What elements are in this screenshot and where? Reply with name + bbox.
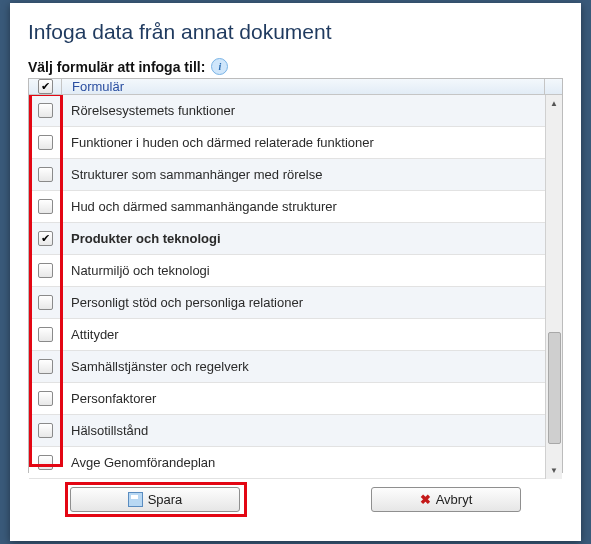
save-icon xyxy=(128,492,143,507)
row-checkbox-cell[interactable] xyxy=(29,167,61,182)
table-row[interactable]: Personfaktorer xyxy=(29,383,545,415)
row-checkbox-cell[interactable] xyxy=(29,135,61,150)
row-checkbox-cell[interactable] xyxy=(29,455,61,470)
row-checkbox[interactable] xyxy=(38,135,53,150)
insert-data-dialog: Infoga data från annat dokument Välj for… xyxy=(10,3,581,541)
row-label: Attityder xyxy=(61,327,545,342)
row-checkbox[interactable] xyxy=(38,295,53,310)
row-label: Rörelsesystemets funktioner xyxy=(61,103,545,118)
table-row[interactable]: Personligt stöd och personliga relatione… xyxy=(29,287,545,319)
scroll-thumb[interactable] xyxy=(548,332,561,444)
scroll-track[interactable] xyxy=(547,112,562,462)
dialog-title: Infoga data från annat dokument xyxy=(28,20,563,44)
cancel-button[interactable]: ✖ Avbryt xyxy=(371,487,521,512)
save-button[interactable]: Spara xyxy=(70,487,240,512)
row-label: Produkter och teknologi xyxy=(61,231,545,246)
row-checkbox[interactable] xyxy=(38,199,53,214)
row-checkbox-cell[interactable] xyxy=(29,231,61,246)
row-label: Samhällstjänster och regelverk xyxy=(61,359,545,374)
table-row[interactable]: Samhällstjänster och regelverk xyxy=(29,351,545,383)
rows-area: Rörelsesystemets funktionerFunktioner i … xyxy=(29,95,545,479)
row-label: Funktioner i huden och därmed relaterade… xyxy=(61,135,545,150)
table-row[interactable]: Naturmiljö och teknologi xyxy=(29,255,545,287)
row-checkbox-cell[interactable] xyxy=(29,327,61,342)
row-checkbox-cell[interactable] xyxy=(29,103,61,118)
row-checkbox[interactable] xyxy=(38,327,53,342)
scroll-up-button[interactable]: ▲ xyxy=(547,95,562,112)
select-all-checkbox[interactable] xyxy=(38,79,53,94)
save-button-label: Spara xyxy=(148,492,183,507)
table-row[interactable]: Attityder xyxy=(29,319,545,351)
row-checkbox-cell[interactable] xyxy=(29,295,61,310)
vertical-scrollbar[interactable]: ▲ ▼ xyxy=(545,95,562,479)
row-checkbox[interactable] xyxy=(38,103,53,118)
select-all-cell[interactable] xyxy=(29,79,62,94)
info-icon[interactable]: i xyxy=(211,58,228,75)
table-body: Rörelsesystemets funktionerFunktioner i … xyxy=(29,95,562,479)
column-header-form[interactable]: Formulär xyxy=(62,79,545,94)
row-checkbox[interactable] xyxy=(38,359,53,374)
row-checkbox-cell[interactable] xyxy=(29,263,61,278)
table-row[interactable]: Strukturer som sammanhänger med rörelse xyxy=(29,159,545,191)
row-label: Strukturer som sammanhänger med rörelse xyxy=(61,167,545,182)
row-label: Hälsotillstånd xyxy=(61,423,545,438)
row-checkbox[interactable] xyxy=(38,231,53,246)
form-table: Formulär Rörelsesystemets funktionerFunk… xyxy=(28,78,563,473)
row-checkbox[interactable] xyxy=(38,455,53,470)
table-row[interactable]: Hud och därmed sammanhängande strukturer xyxy=(29,191,545,223)
cancel-button-label: Avbryt xyxy=(436,492,473,507)
row-label: Naturmiljö och teknologi xyxy=(61,263,545,278)
table-row[interactable]: Hälsotillstånd xyxy=(29,415,545,447)
dialog-subtitle: Välj formulär att infoga till: xyxy=(28,59,205,75)
table-row[interactable]: Funktioner i huden och därmed relaterade… xyxy=(29,127,545,159)
row-checkbox-cell[interactable] xyxy=(29,423,61,438)
row-checkbox-cell[interactable] xyxy=(29,199,61,214)
subtitle-row: Välj formulär att infoga till: i xyxy=(28,58,563,75)
row-checkbox[interactable] xyxy=(38,391,53,406)
dialog-footer: Spara ✖ Avbryt xyxy=(28,473,563,512)
row-checkbox-cell[interactable] xyxy=(29,391,61,406)
row-checkbox[interactable] xyxy=(38,263,53,278)
row-label: Avge Genomförandeplan xyxy=(61,455,545,470)
row-checkbox[interactable] xyxy=(38,423,53,438)
table-header: Formulär xyxy=(29,79,562,95)
table-row[interactable]: Rörelsesystemets funktioner xyxy=(29,95,545,127)
row-label: Hud och därmed sammanhängande strukturer xyxy=(61,199,545,214)
header-scroll-spacer xyxy=(545,79,562,94)
row-label: Personfaktorer xyxy=(61,391,545,406)
row-label: Personligt stöd och personliga relatione… xyxy=(61,295,545,310)
table-row[interactable]: Produkter och teknologi xyxy=(29,223,545,255)
row-checkbox[interactable] xyxy=(38,167,53,182)
row-checkbox-cell[interactable] xyxy=(29,359,61,374)
cancel-icon: ✖ xyxy=(420,493,431,506)
